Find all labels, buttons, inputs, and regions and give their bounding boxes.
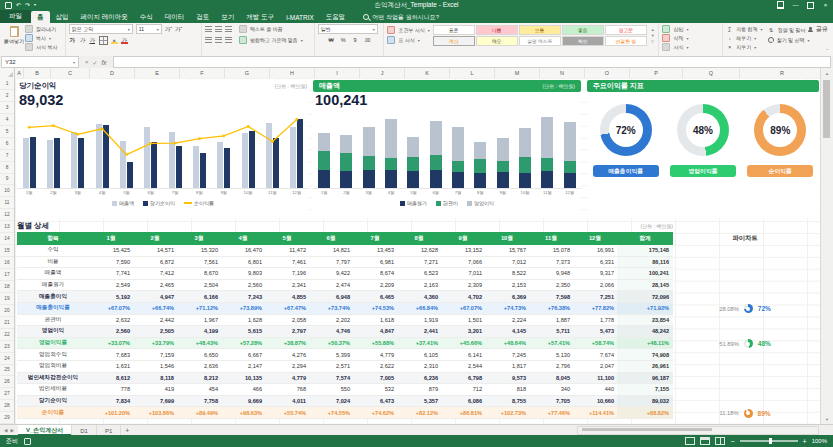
minimize-button[interactable]: —	[788, 0, 803, 10]
row-header-10[interactable]: 10	[0, 185, 14, 197]
font-color-icon[interactable]: 가	[121, 36, 128, 44]
table-row-영업외비용[interactable]: 영업외비용1,6311,5462,6362,1472,2942,5712,622…	[17, 361, 673, 373]
cell-style-표준[interactable]: 표준	[433, 25, 475, 35]
clear-button[interactable]: ×지우기▾	[726, 43, 762, 51]
worksheet-grid[interactable]: 당기순이익 (단위 : 백만원) 89,032 1월2월3월4월5월6월7월8월…	[15, 78, 821, 424]
table-row-영업이익률[interactable]: 영업이익률+33.07%+33.79%+48.43%+57.28%+38.87%…	[17, 338, 673, 350]
ribbon-tab-수식[interactable]: 수식	[134, 11, 159, 23]
cell-style-확인[interactable]: 확인	[562, 36, 604, 46]
italic-icon[interactable]: 가	[79, 36, 86, 44]
decrease-font-icon[interactable]: 가ˇ	[175, 25, 182, 33]
merge-center-label[interactable]: 병합하고 가운데 맞춤	[250, 37, 298, 43]
conditional-formatting-button[interactable]: 조건부 서식▾	[387, 26, 429, 34]
maximize-button[interactable]	[803, 0, 818, 10]
file-tab[interactable]: 파일	[0, 10, 31, 23]
row-header-12[interactable]: 12	[0, 209, 14, 221]
row-header-6[interactable]: 6	[0, 138, 14, 150]
name-box[interactable]: Y32▾	[1, 56, 79, 68]
column-header-J[interactable]: J	[360, 68, 405, 78]
row-header-3[interactable]: 3	[0, 102, 14, 114]
page-break-view-icon[interactable]	[715, 437, 725, 445]
ribbon-tab-데이터[interactable]: 데이터	[159, 11, 191, 23]
format-cells-button[interactable]: 서식▾	[662, 43, 719, 51]
row-header-18[interactable]: 18	[0, 281, 14, 293]
cell-style-계산[interactable]: 계산	[433, 36, 475, 46]
column-header-R[interactable]: R	[740, 68, 825, 78]
vertical-scrollbar[interactable]: ▲ ▼	[820, 68, 833, 424]
normal-view-icon[interactable]	[685, 437, 695, 445]
net-income-chart[interactable]	[17, 110, 309, 189]
wrap-text-label[interactable]: 텍스트 줄 바꿈	[250, 26, 283, 32]
share-button[interactable]: 공유	[808, 25, 828, 34]
horizontal-scrollbar[interactable]	[577, 426, 819, 435]
zoom-slider[interactable]	[740, 440, 798, 442]
table-row-매출원가[interactable]: 매출원가2,5492,4652,5042,5602,3412,4742,2092…	[17, 280, 673, 292]
column-header-M[interactable]: M	[495, 68, 540, 78]
align-left-icon[interactable]	[205, 37, 212, 43]
column-header-K[interactable]: K	[405, 68, 450, 78]
row-header-4[interactable]: 4	[0, 114, 14, 126]
increase-font-icon[interactable]: 가ˆ	[165, 25, 172, 33]
cancel-icon[interactable]: ×	[85, 59, 89, 65]
cut-button[interactable]: 잘라내기	[25, 25, 57, 33]
row-header-16[interactable]: 16	[0, 257, 14, 269]
column-header-D[interactable]: D	[90, 68, 135, 78]
row-header-7[interactable]: 7	[0, 150, 14, 162]
row-header-19[interactable]: 19	[0, 293, 14, 305]
column-header-E[interactable]: E	[135, 68, 180, 78]
collapse-ribbon-icon[interactable]: ˆ	[826, 48, 828, 54]
column-header-L[interactable]: L	[450, 68, 495, 78]
table-row-수익[interactable]: 수익15,42514,57115,32016,47011,47214,82113…	[17, 245, 673, 257]
row-header-11[interactable]: 11	[0, 197, 14, 209]
table-row-순이익률[interactable]: 순이익률+101.20%+103.86%+89.49%+98.63%+55.74…	[17, 407, 673, 419]
scrollbar-thumb[interactable]	[823, 80, 830, 138]
cell-style-경고문[interactable]: 경고문	[605, 25, 647, 35]
column-header-F[interactable]: F	[180, 68, 225, 78]
select-all-corner[interactable]	[0, 68, 15, 78]
enter-icon[interactable]: ✓	[93, 59, 98, 66]
cell-style-보통[interactable]: 보통	[519, 25, 561, 35]
align-bottom-icon[interactable]	[225, 26, 232, 32]
table-row-판관비[interactable]: 판관비2,6322,4421,9671,6282,0582,2021,6181,…	[17, 315, 673, 327]
row-header-24[interactable]: 24	[0, 353, 14, 365]
insert-function-icon[interactable]: fx	[102, 59, 107, 66]
row-header-20[interactable]: 20	[0, 305, 14, 317]
table-row-영업이익[interactable]: 영업이익2,5602,5054,1995,6152,7974,7464,8472…	[17, 326, 673, 338]
zoom-out-icon[interactable]: −	[730, 438, 734, 445]
paste-button[interactable]: 붙여넣기	[3, 24, 25, 46]
row-header-27[interactable]: 27	[0, 388, 14, 400]
row-header-13[interactable]: 13	[0, 221, 14, 233]
comma-style-icon[interactable]: 9	[352, 36, 359, 44]
copy-button[interactable]: 복사▾	[25, 34, 57, 42]
h-scrollbar-thumb[interactable]	[582, 428, 712, 431]
autosum-button[interactable]: ∑자동 합계▾	[726, 25, 762, 33]
row-header-21[interactable]: 21	[0, 317, 14, 329]
donut-chart[interactable]: 48%	[677, 104, 729, 156]
ribbon-tab-삽입[interactable]: 삽입	[50, 11, 75, 23]
row-header-1[interactable]: 1	[0, 78, 14, 90]
row-header-25[interactable]: 25	[0, 365, 14, 377]
underline-icon[interactable]: 가	[89, 36, 96, 44]
column-header-H[interactable]: H	[270, 68, 315, 78]
insert-cells-button[interactable]: 삽입▾	[662, 25, 719, 33]
cell-style-설명 텍스트[interactable]: 설명 텍스트	[519, 36, 561, 46]
table-row-매출총이익률[interactable]: 매출총이익률+67.07%+66.74%+71.12%+73.89%+67.47…	[17, 303, 673, 315]
delete-cells-button[interactable]: 삭제▾	[662, 34, 719, 42]
ribbon-tab-개발 도구[interactable]: 개발 도구	[240, 11, 280, 23]
cell-style-나쁨[interactable]: 나쁨	[476, 25, 518, 35]
qat-customize-icon[interactable]: ▾	[34, 2, 36, 8]
redo-icon[interactable]: ↷	[25, 2, 30, 8]
undo-icon[interactable]: ↶	[16, 2, 21, 8]
prev-sheet-icon[interactable]: ◀	[4, 428, 7, 433]
table-row-영업외수익[interactable]: 영업외수익7,6837,1596,6506,6674,2765,3994,779…	[17, 349, 673, 361]
find-select-button[interactable]: 찾기 및 선택▾	[768, 36, 811, 44]
ribbon-tab-검토[interactable]: 검토	[190, 11, 215, 23]
accounting-format-icon[interactable]: ₩	[328, 36, 335, 44]
ribbon-tab-홈[interactable]: 홈	[31, 11, 50, 23]
gallery-down-icon[interactable]: ▼	[651, 33, 655, 38]
row-header-17[interactable]: 17	[0, 269, 14, 281]
column-header-I[interactable]: I	[315, 68, 360, 78]
row-header-2[interactable]: 2	[0, 90, 14, 102]
gallery-up-icon[interactable]: ▲	[651, 27, 655, 32]
font-family-select[interactable]: 맑은 고딕▾	[69, 24, 133, 34]
